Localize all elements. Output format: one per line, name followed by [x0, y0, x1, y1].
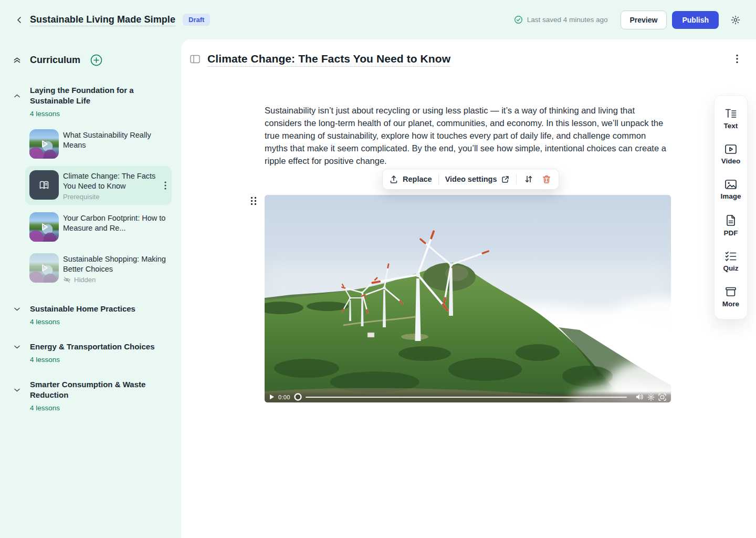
- chevron-left-icon: [15, 16, 24, 24]
- insert-item-label: Text: [724, 122, 738, 130]
- lesson-video-thumbnail: [29, 212, 59, 242]
- back-button[interactable]: [13, 14, 26, 26]
- insert-quiz-button[interactable]: Quiz: [723, 251, 738, 272]
- insert-text-button[interactable]: Text: [724, 108, 738, 130]
- insert-pdf-button[interactable]: PDF: [724, 214, 738, 237]
- section-title: Laying the Foundation for a Sustainable …: [30, 85, 173, 106]
- play-icon: [29, 253, 59, 283]
- chevron-down-icon: [13, 343, 21, 351]
- curriculum-sidebar: Curriculum Laying the Foundation for a S…: [0, 39, 181, 538]
- lesson-title: Your Carbon Footprint: How to Measure an…: [63, 213, 167, 233]
- video-frame-wind-turbines: [265, 195, 671, 402]
- progress-track[interactable]: [306, 397, 627, 398]
- section-toggle[interactable]: Laying the Foundation for a Sustainable …: [13, 85, 173, 106]
- lesson-item-selected[interactable]: Climate Change: The Facts You Need to Kn…: [25, 166, 172, 205]
- section-toggle[interactable]: Energy & Transportation Choices: [13, 342, 173, 352]
- curriculum-section: Smarter Consumption & Waste Reduction 4 …: [13, 379, 173, 412]
- last-saved-text: Last saved 4 minutes ago: [527, 16, 608, 24]
- video-settings-button[interactable]: Video settings: [445, 175, 510, 184]
- block-drag-handle[interactable]: [250, 196, 257, 205]
- hidden-label: Hidden: [74, 276, 96, 284]
- toggle-sidebar-button[interactable]: [190, 55, 200, 64]
- section-lesson-count: 4 lessons: [30, 404, 173, 412]
- sort-arrows-icon: [524, 174, 533, 184]
- insert-video-button[interactable]: Video: [721, 144, 741, 165]
- last-saved-status: Last saved 4 minutes ago: [514, 15, 608, 24]
- add-section-button[interactable]: [90, 54, 102, 66]
- play-icon: [29, 129, 59, 159]
- video-block-toolbar: Replace Video settings: [382, 169, 559, 190]
- trash-icon: [542, 174, 551, 184]
- quiz-icon: [724, 251, 737, 262]
- player-settings-icon[interactable]: [647, 394, 655, 401]
- more-icon: [724, 286, 737, 297]
- play-button[interactable]: [269, 394, 275, 400]
- insert-more-button[interactable]: More: [722, 286, 739, 308]
- gear-icon: [730, 15, 741, 25]
- chevron-down-icon: [13, 305, 21, 313]
- section-lesson-count: 4 lessons: [30, 356, 173, 364]
- insert-image-button[interactable]: Image: [720, 179, 741, 200]
- lesson-page-title[interactable]: Climate Change: The Facts You Need to Kn…: [207, 53, 450, 65]
- replace-label: Replace: [403, 175, 432, 183]
- text-icon: [724, 108, 737, 119]
- insert-item-label: More: [722, 300, 739, 308]
- move-block-button[interactable]: [523, 173, 534, 185]
- curriculum-section: Energy & Transportation Choices 4 lesson…: [13, 342, 173, 364]
- collapse-all-button[interactable]: [13, 56, 21, 65]
- lesson-intro-paragraph[interactable]: Sustainability isn’t just about recyclin…: [265, 104, 668, 167]
- section-lesson-count: 4 lessons: [30, 318, 173, 326]
- external-link-icon: [501, 175, 510, 184]
- section-toggle[interactable]: Smarter Consumption & Waste Reduction: [13, 379, 173, 400]
- video-icon: [724, 144, 737, 154]
- video-player[interactable]: 0:00: [265, 195, 671, 402]
- lesson-editor-panel: Climate Change: The Facts You Need to Kn…: [181, 39, 756, 538]
- upload-icon: [389, 174, 398, 184]
- check-circle-icon: [514, 15, 523, 24]
- fullscreen-icon[interactable]: [658, 394, 666, 401]
- preview-button[interactable]: Preview: [621, 11, 667, 29]
- volume-icon[interactable]: [636, 394, 644, 400]
- section-toggle[interactable]: Sustainable Home Practices: [13, 304, 173, 314]
- section-title: Sustainable Home Practices: [30, 304, 135, 314]
- section-title: Energy & Transportation Choices: [30, 342, 155, 352]
- book-open-icon: [37, 178, 51, 192]
- lesson-title: Climate Change: The Facts You Need to Kn…: [63, 171, 159, 191]
- replace-video-button[interactable]: Replace: [389, 174, 432, 184]
- status-badge: Draft: [183, 14, 210, 26]
- delete-block-button[interactable]: [541, 173, 552, 185]
- section-title: Smarter Consumption & Waste Reduction: [30, 379, 173, 400]
- video-time: 0:00: [278, 394, 290, 400]
- lesson-video-thumbnail: [29, 253, 59, 283]
- section-lesson-count: 4 lessons: [30, 110, 173, 118]
- lesson-meta: Prerequisite: [63, 193, 159, 201]
- insert-item-label: Image: [720, 192, 741, 200]
- lesson-item[interactable]: What Sustainability Really Means: [25, 125, 172, 163]
- app-header: Sustainable Living Made Simple Draft Las…: [0, 0, 756, 39]
- course-title[interactable]: Sustainable Living Made Simple: [30, 14, 175, 25]
- eye-off-icon: [63, 276, 71, 284]
- pdf-icon: [726, 214, 736, 226]
- toolbar-divider: [438, 174, 439, 184]
- insert-item-label: Quiz: [723, 264, 738, 272]
- scrubber-handle[interactable]: [294, 393, 302, 401]
- lesson-page-menu-button[interactable]: [734, 52, 740, 66]
- image-icon: [724, 179, 737, 190]
- settings-button[interactable]: [728, 13, 743, 27]
- insert-item-label: PDF: [724, 229, 738, 237]
- sidebar-heading: Curriculum: [30, 55, 80, 66]
- lesson-menu-button[interactable]: [163, 179, 167, 192]
- lesson-item-hidden[interactable]: Sustainable Shopping: Making Better Choi…: [25, 249, 172, 288]
- lesson-title: What Sustainability Really Means: [63, 130, 167, 150]
- curriculum-section: Laying the Foundation for a Sustainable …: [13, 85, 173, 288]
- publish-button[interactable]: Publish: [672, 11, 719, 29]
- lesson-meta: Hidden: [63, 276, 167, 284]
- video-settings-label: Video settings: [445, 175, 497, 183]
- play-icon: [29, 212, 59, 242]
- insert-block-toolbar: Text Video Image PDF Quiz More: [714, 95, 748, 319]
- lesson-reading-tile: [29, 170, 59, 200]
- lesson-item[interactable]: Your Carbon Footprint: How to Measure an…: [25, 208, 172, 246]
- video-control-bar: 0:00: [265, 391, 671, 402]
- toolbar-divider: [516, 174, 517, 184]
- chevron-up-icon: [13, 92, 21, 100]
